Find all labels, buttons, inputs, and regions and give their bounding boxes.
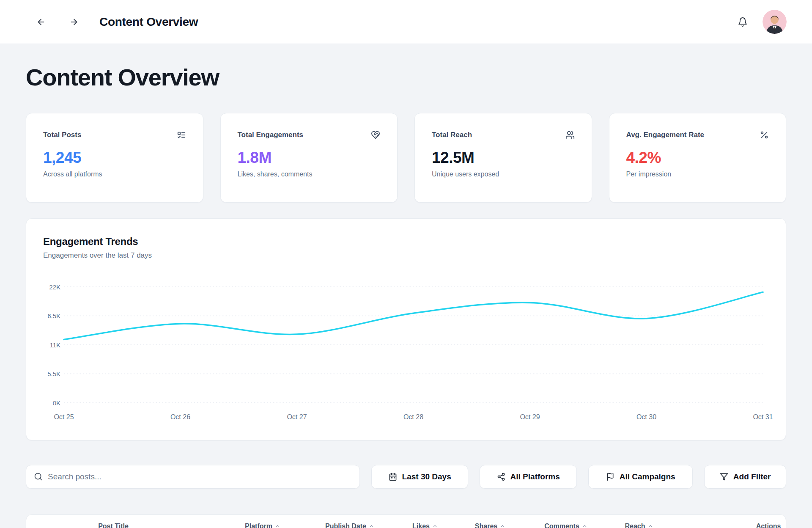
date-range-label: Last 30 Days (402, 472, 451, 481)
calendar-icon (389, 473, 397, 481)
column-header-likes[interactable]: Likes (412, 522, 438, 528)
date-range-button[interactable]: Last 30 Days (371, 465, 469, 489)
user-avatar[interactable] (763, 10, 787, 34)
chevron-up-icon (275, 523, 280, 528)
chevron-up-icon (369, 523, 374, 528)
platforms-filter-button[interactable]: All Platforms (480, 465, 577, 489)
platforms-filter-label: All Platforms (510, 472, 560, 481)
stat-label: Avg. Engagement Rate (626, 131, 705, 139)
column-header-actions: Actions (756, 522, 781, 528)
chevron-up-icon (582, 523, 587, 528)
bell-icon (738, 17, 748, 27)
column-header-platform[interactable]: Platform (245, 522, 280, 528)
percent-icon (760, 130, 769, 140)
arrow-left-icon (36, 17, 46, 27)
posts-table: Post Title Platform Publish Date Likes S… (26, 514, 786, 528)
forward-button[interactable] (69, 17, 79, 27)
add-filter-label: Add Filter (733, 472, 771, 481)
svg-text:0K: 0K (53, 399, 60, 406)
stat-label: Total Engagements (238, 131, 304, 139)
svg-text:Oct 26: Oct 26 (170, 413, 190, 421)
search-box (26, 465, 360, 489)
notifications-button[interactable] (736, 16, 749, 28)
svg-text:Oct 30: Oct 30 (636, 413, 656, 421)
filter-row: Last 30 Days All Platforms All Campaigns… (26, 465, 786, 489)
flag-icon (606, 473, 614, 481)
engagement-trends-card: Engagement Trends Engagements over the l… (26, 218, 786, 440)
stat-card-total-reach: Total Reach 12.5M Unique users exposed (414, 113, 592, 203)
list-todo-icon (177, 130, 186, 140)
engagement-trends-chart: 0K5.5K11K16.5K22KOct 25Oct 26Oct 27Oct 2… (43, 274, 774, 423)
column-header-comments[interactable]: Comments (544, 522, 587, 528)
stat-value: 12.5M (432, 149, 575, 167)
chevron-up-icon (500, 523, 505, 528)
stat-card-avg-engagement-rate: Avg. Engagement Rate 4.2% Per impression (609, 113, 787, 203)
stat-caption: Across all platforms (43, 170, 186, 178)
column-header-post-title: Post Title (98, 522, 129, 528)
add-filter-button[interactable]: Add Filter (704, 465, 786, 489)
topbar-title: Content Overview (99, 15, 198, 29)
topbar: Content Overview (0, 0, 812, 44)
share-icon (497, 473, 505, 481)
svg-text:22K: 22K (49, 283, 60, 290)
campaigns-filter-label: All Campaigns (620, 472, 675, 481)
svg-text:11K: 11K (49, 341, 60, 348)
chevron-up-icon (432, 523, 438, 528)
main-content: Content Overview Total Posts 1,245 Acros… (0, 44, 812, 528)
stat-caption: Likes, shares, comments (238, 170, 381, 178)
back-button[interactable] (36, 17, 46, 27)
svg-text:Oct 31: Oct 31 (753, 413, 773, 421)
svg-text:5.5K: 5.5K (47, 370, 60, 377)
heart-handshake-icon (371, 130, 380, 140)
stat-value: 1.8M (238, 149, 381, 167)
column-header-reach[interactable]: Reach (625, 522, 653, 528)
column-header-publish-date[interactable]: Publish Date (325, 522, 374, 528)
stat-value: 1,245 (43, 149, 186, 167)
page-title: Content Overview (26, 64, 786, 91)
svg-text:Oct 29: Oct 29 (520, 413, 540, 421)
svg-text:Oct 25: Oct 25 (54, 413, 74, 421)
search-icon (34, 472, 43, 481)
stat-label: Total Reach (432, 131, 472, 139)
svg-text:Oct 28: Oct 28 (403, 413, 423, 421)
users-icon (565, 130, 575, 140)
chart-subtitle: Engagements over the last 7 days (43, 251, 773, 260)
search-input[interactable] (48, 472, 352, 481)
stats-row: Total Posts 1,245 Across all platforms T… (26, 113, 786, 203)
stat-card-total-engagements: Total Engagements 1.8M Likes, shares, co… (220, 113, 398, 203)
chart-title: Engagement Trends (43, 236, 773, 248)
stat-value: 4.2% (626, 149, 769, 167)
svg-text:16.5K: 16.5K (44, 312, 60, 319)
stat-caption: Per impression (626, 170, 769, 178)
arrow-right-icon (69, 17, 79, 27)
svg-text:Oct 27: Oct 27 (287, 413, 307, 421)
stat-label: Total Posts (43, 131, 81, 139)
stat-caption: Unique users exposed (432, 170, 575, 178)
campaigns-filter-button[interactable]: All Campaigns (588, 465, 693, 489)
stat-card-total-posts: Total Posts 1,245 Across all platforms (26, 113, 203, 203)
chevron-up-icon (648, 523, 653, 528)
column-header-shares[interactable]: Shares (475, 522, 505, 528)
filter-icon (720, 473, 728, 481)
